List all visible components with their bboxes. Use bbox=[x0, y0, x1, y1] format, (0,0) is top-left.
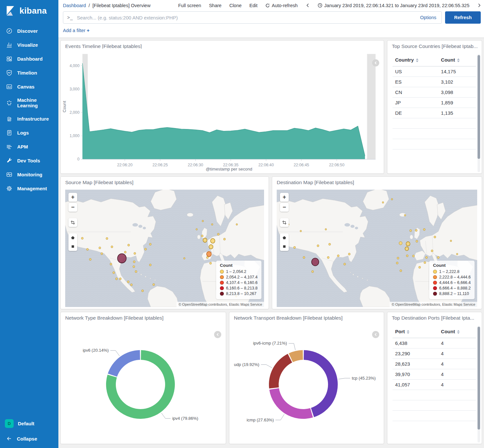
map-dot[interactable] bbox=[209, 245, 213, 249]
map-dot[interactable] bbox=[99, 247, 101, 249]
map-dot[interactable] bbox=[106, 237, 108, 240]
time-range-picker[interactable]: January 23rd 2019, 22:06:14.321 to Janua… bbox=[318, 3, 469, 8]
map-dot[interactable] bbox=[423, 229, 425, 231]
map-dot[interactable] bbox=[133, 261, 135, 263]
zoom-out-button[interactable]: − bbox=[280, 203, 289, 212]
map-dot[interactable] bbox=[329, 243, 331, 245]
map-dot[interactable] bbox=[149, 243, 151, 245]
map-dot[interactable] bbox=[124, 251, 126, 253]
map-dot[interactable] bbox=[406, 242, 410, 246]
map-dot[interactable] bbox=[424, 262, 426, 264]
full-screen-button[interactable]: Full screen bbox=[178, 3, 201, 8]
donut-slice-tcp[interactable] bbox=[304, 350, 338, 417]
map-dot[interactable] bbox=[203, 238, 207, 242]
share-button[interactable]: Share bbox=[209, 3, 222, 8]
draw-polygon-button[interactable] bbox=[68, 233, 77, 242]
map-dot[interactable] bbox=[437, 256, 439, 259]
sidebar-item-infrastructure[interactable]: Infrastructure bbox=[0, 112, 58, 126]
map-dot[interactable] bbox=[303, 256, 305, 259]
legend-toggle-button[interactable] bbox=[372, 59, 379, 66]
map-dot[interactable] bbox=[416, 240, 418, 242]
column-header-port[interactable]: Port bbox=[393, 325, 438, 338]
donut-slice-udp[interactable] bbox=[269, 354, 292, 389]
map-dot[interactable] bbox=[119, 278, 121, 280]
map-dot[interactable] bbox=[87, 248, 89, 251]
column-header-count[interactable]: Count bbox=[438, 53, 476, 66]
table-row[interactable]: 6,4384 bbox=[393, 338, 476, 348]
map-dot[interactable] bbox=[89, 258, 91, 261]
map-dot[interactable] bbox=[405, 247, 409, 251]
sidebar-item-dev-tools[interactable]: Dev Tools bbox=[0, 154, 58, 168]
fit-bounds-button[interactable] bbox=[68, 218, 77, 227]
map-dot[interactable] bbox=[456, 253, 458, 255]
network-transport-donut[interactable]: tcp (45.23%)icmp (27.63%)udp (19.92%)ipv… bbox=[229, 323, 384, 444]
table-row[interactable]: 41,0574 bbox=[393, 380, 476, 390]
draw-polygon-button[interactable] bbox=[280, 233, 289, 242]
donut-slice-ipv6[interactable] bbox=[108, 350, 140, 377]
map-dot[interactable] bbox=[434, 236, 436, 238]
map-dot[interactable] bbox=[344, 263, 345, 265]
map-dot[interactable] bbox=[184, 257, 185, 259]
map-dot[interactable] bbox=[410, 230, 412, 232]
zoom-in-button[interactable]: + bbox=[280, 193, 289, 202]
table-scrollbar[interactable] bbox=[478, 54, 480, 172]
map-dot[interactable] bbox=[348, 253, 350, 255]
table-row[interactable]: 39,9704 bbox=[393, 369, 476, 380]
table-row[interactable]: 23,2904 bbox=[393, 348, 476, 359]
map-dot[interactable] bbox=[406, 255, 408, 257]
sidebar-item-timelion[interactable]: Timelion bbox=[0, 66, 58, 80]
sidebar-item-canvas[interactable]: Canvas bbox=[0, 80, 58, 94]
table-row[interactable]: DE1,135 bbox=[393, 108, 476, 118]
map-dot[interactable] bbox=[400, 270, 402, 272]
sidebar-item-visualize[interactable]: Visualize bbox=[0, 38, 58, 52]
map-dot[interactable] bbox=[312, 270, 314, 273]
map-dot[interactable] bbox=[404, 214, 406, 216]
events-timeline-chart[interactable]: 01,0002,0003,0004,00022:06:2022:06:2522:… bbox=[61, 49, 381, 173]
table-row[interactable]: ES3,102 bbox=[393, 77, 476, 87]
map-dot[interactable] bbox=[431, 250, 433, 252]
scrollbar-thumb[interactable] bbox=[478, 55, 480, 159]
donut-slice-icmp[interactable] bbox=[269, 388, 313, 419]
map-dot[interactable] bbox=[127, 281, 129, 283]
map-dot[interactable] bbox=[141, 290, 143, 292]
column-header-country[interactable]: Country bbox=[393, 53, 438, 66]
map-dot[interactable] bbox=[382, 202, 384, 203]
table-row[interactable]: US14,175 bbox=[393, 66, 476, 77]
map-dot[interactable] bbox=[312, 258, 319, 266]
map-dot[interactable] bbox=[391, 198, 393, 200]
time-back-button[interactable] bbox=[306, 3, 310, 7]
map-dot[interactable] bbox=[397, 257, 399, 259]
map-dot[interactable] bbox=[212, 224, 213, 225]
map-dot[interactable] bbox=[412, 255, 414, 257]
map-dot[interactable] bbox=[426, 256, 428, 259]
legend-toggle-button[interactable] bbox=[214, 331, 221, 338]
map-dot[interactable] bbox=[217, 233, 219, 235]
map-dot[interactable] bbox=[294, 246, 296, 249]
map-dot[interactable] bbox=[133, 265, 135, 268]
map-dot[interactable] bbox=[450, 240, 452, 242]
map-dot[interactable] bbox=[115, 278, 117, 280]
sidebar-item-logs[interactable]: Logs bbox=[0, 126, 58, 140]
legend-toggle-button[interactable] bbox=[372, 331, 379, 338]
source-map[interactable]: + − Count1 – 2,054.22,054.2 – 4,107.44,1… bbox=[65, 190, 264, 307]
events-area-series[interactable] bbox=[82, 64, 365, 159]
map-dot[interactable] bbox=[127, 244, 129, 246]
map-dot[interactable] bbox=[415, 229, 417, 231]
map-dot[interactable] bbox=[211, 239, 215, 243]
zoom-in-button[interactable]: + bbox=[68, 193, 77, 202]
auto-refresh-button[interactable]: Auto-refresh bbox=[265, 3, 298, 8]
map-dot[interactable] bbox=[111, 246, 113, 248]
sidebar-item-dashboard[interactable]: Dashboard bbox=[0, 52, 58, 66]
draw-rectangle-button[interactable] bbox=[68, 242, 77, 251]
map-dot[interactable] bbox=[110, 263, 112, 265]
map-dot[interactable] bbox=[327, 256, 329, 259]
map-dot[interactable] bbox=[117, 253, 126, 263]
collapse-button[interactable]: Collapse bbox=[0, 431, 58, 448]
clone-button[interactable]: Clone bbox=[229, 3, 242, 8]
draw-rectangle-button[interactable] bbox=[280, 242, 289, 251]
map-dot[interactable] bbox=[101, 253, 103, 255]
search-input[interactable] bbox=[76, 15, 413, 21]
space-selector-default[interactable]: D Default bbox=[0, 416, 58, 431]
map-dot[interactable] bbox=[300, 230, 302, 232]
scrollbar-thumb[interactable] bbox=[478, 327, 480, 430]
